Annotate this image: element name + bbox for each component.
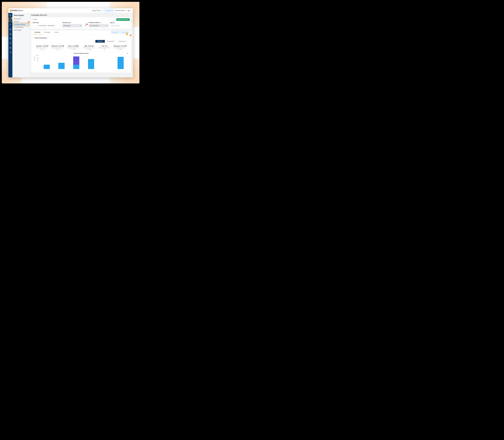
icon-rail: 1: [8, 13, 12, 77]
tab-journey[interactable]: Journey: [52, 30, 61, 34]
filter-funnel-button[interactable]: 0: [84, 24, 87, 28]
segmented-control: Revenue Transactions Paying User: [95, 40, 128, 43]
stat-sub: Avg Revenue Per User :: [113, 47, 127, 48]
stat-val: $ 1.83M: [66, 49, 80, 50]
bar-app-push: [44, 65, 50, 69]
event-value: Redemption: [63, 25, 70, 27]
stat-sms: SMS : $ 92.11M Avg Revenue Per User : $ …: [81, 44, 97, 52]
y-tick: 75M: [37, 60, 39, 61]
attribution-model-select[interactable]: Last Interaction ▲▼: [89, 24, 109, 28]
bar-email: [73, 56, 79, 69]
rail-image-icon[interactable]: [9, 47, 12, 49]
map-revenue-event-button[interactable]: Map Revenue Event: [116, 18, 130, 21]
tab-overview[interactable]: Overview: [33, 30, 42, 34]
sidebar-item-onsite-revenue[interactable]: On Site Revenue: [12, 26, 29, 29]
avatar[interactable]: NV: [127, 9, 130, 12]
rail-settings-icon[interactable]: [9, 51, 12, 54]
chart-area: Overview Revenue Charts ≡ Revenue ($) 12…: [33, 52, 130, 71]
rail-sitemap-icon[interactable]: [9, 33, 12, 35]
rail-list-icon[interactable]: [9, 42, 12, 44]
choose-event-select[interactable]: Redemption ▲▼: [62, 24, 82, 28]
brand-light: Visitors: [17, 10, 23, 12]
date-filter-label: Date Filter: [33, 22, 61, 23]
stat-sub: Avg Revenue Per User :: [51, 47, 65, 48]
rail-analytics-icon[interactable]: [9, 23, 12, 26]
stat-title: Email : $ 115.58M: [66, 45, 80, 47]
svg-rect-0: [10, 15, 10, 15]
svg-rect-7: [10, 16, 11, 16]
logo-icon: [10, 10, 12, 12]
stat-title: Web Push : $ 57.79M: [51, 45, 65, 47]
svg-rect-12: [10, 33, 11, 34]
sort-arrows-icon: ▲▼: [80, 25, 81, 26]
segment-revenue[interactable]: Revenue: [95, 40, 105, 43]
funnel-badge: 0: [86, 24, 88, 25]
stat-val: $ 0: [98, 49, 112, 50]
account-selector[interactable]: Mutual Funds ▼: [91, 9, 103, 12]
rail-users-icon[interactable]: [9, 28, 12, 30]
stat-val: $ 1.81M: [113, 49, 127, 50]
y-tick: 100M: [36, 58, 39, 59]
upgrade-button[interactable]: Upgrade Now: [104, 9, 115, 12]
page-title: Campaign Revenue: [31, 14, 131, 16]
stat-sub: Avg Revenue Per User :: [35, 47, 49, 48]
tabs-card: Overview Campaigns Journey Export Data E…: [31, 30, 131, 73]
stat-whatsapp: Whatsapp : $ 111.97M Avg Revenue Per Use…: [112, 44, 128, 52]
stat-val: $ 1.81M: [51, 49, 65, 50]
svg-point-11: [11, 29, 11, 29]
chevron-down-icon: ▼: [130, 10, 131, 11]
account-selector-label: Mutual Funds: [92, 10, 100, 11]
date-value: 21/07/2024 - 28/07/2024: [40, 25, 54, 27]
help-icon[interactable]: ?: [100, 22, 101, 23]
date-filter-input[interactable]: 21/07/2024 - 28/07/2024 ▾: [33, 24, 61, 28]
chart-title: Overview Revenue Charts: [74, 53, 89, 54]
segment-transactions[interactable]: Transactions: [105, 40, 116, 43]
svg-rect-13: [10, 34, 10, 35]
stat-app-push: App Push : $ 39.73M Avg Revenue Per User…: [34, 44, 50, 52]
attribution-model-label: Attribution Model ?: [89, 22, 109, 23]
chevron-down-icon: ▼: [126, 10, 126, 11]
help-button[interactable]: Need Help? ▼: [116, 10, 126, 11]
segment-paying-user[interactable]: Paying User: [116, 40, 128, 43]
stat-email: Email : $ 115.58M Avg Revenue Per User :…: [66, 44, 81, 52]
sidebar-item-rfm[interactable]: RFM Analysis: [12, 29, 29, 31]
svg-rect-4: [10, 15, 11, 15]
tab-campaigns[interactable]: Campaigns: [42, 30, 52, 34]
svg-point-28: [10, 47, 10, 48]
chart-menu-icon[interactable]: ≡: [127, 52, 128, 55]
rail-send-icon[interactable]: [9, 37, 12, 40]
channel-breakdown-title: Channel Breakdown: [33, 36, 130, 40]
chevron-down-icon: ⌄: [128, 25, 129, 26]
y-tick: 125M: [36, 55, 39, 56]
stat-sub: Avg Revenue Per User :: [82, 47, 96, 48]
brand-bold: Notify: [12, 10, 17, 12]
brand-logo[interactable]: NotifyVisitors: [10, 10, 23, 12]
rail-dashboard-icon[interactable]: [9, 19, 12, 21]
callout-3: 3: [130, 34, 132, 36]
rail-apps-icon[interactable]: [9, 14, 12, 16]
chevron-down-icon: ▼: [101, 10, 102, 11]
callout-2: 2: [28, 21, 30, 23]
sidebar-item-campaign-revenue[interactable]: Campaign Revenue: [13, 23, 29, 26]
sidebar-item-conversions[interactable]: Conversions: [12, 17, 29, 20]
split-by-select[interactable]: Select attribute ⌄: [110, 24, 130, 28]
stat-sub: Avg Revenue Per User :: [98, 47, 112, 48]
stat-grid: App Push : $ 39.73M Avg Revenue Per User…: [34, 44, 128, 52]
export-data-button[interactable]: Export Data: [111, 31, 120, 34]
choose-event-label: Choose Event: [62, 22, 82, 23]
funnel-icon: [84, 25, 86, 27]
svg-rect-6: [10, 16, 10, 16]
sidebar-item-revenue[interactable]: Revenue: [12, 20, 29, 23]
caret-down-icon: ▾: [55, 25, 56, 26]
svg-point-10: [10, 29, 10, 29]
stat-rcs: RCS : $ 0 Avg Revenue Per User : $ 0: [97, 44, 112, 52]
y-axis-label: Revenue ($): [34, 56, 35, 61]
svg-rect-2: [11, 15, 11, 15]
sort-arrows-icon: ▲▼: [107, 25, 107, 26]
upgrade-label: Upgrade Now: [105, 10, 113, 11]
stat-title: Whatsapp : $ 111.97M: [113, 45, 127, 47]
stat-sub: Avg Revenue Per User :: [66, 47, 80, 48]
svg-rect-8: [11, 16, 11, 16]
split-by-label: Split by: [110, 22, 130, 23]
svg-rect-3: [10, 15, 10, 15]
